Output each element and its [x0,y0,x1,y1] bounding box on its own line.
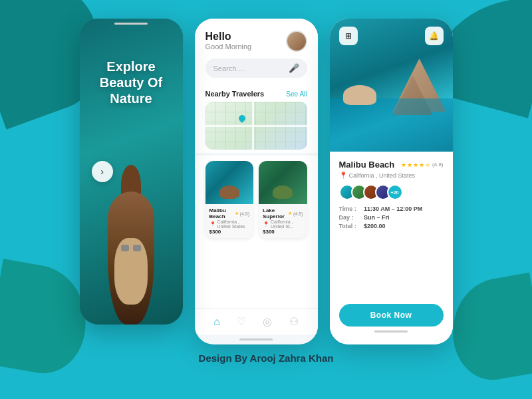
card-malibu-price: $300 [209,229,250,235]
boat-seats [121,245,141,251]
card-boat-illustration [219,186,239,199]
day-label: Day : [339,214,362,221]
greeting-morning: Good Morning [205,43,252,51]
greeting-block: Hello Good Morning [205,31,252,51]
star-2: ★ [407,162,412,168]
total-value: $200.00 [364,223,386,229]
star-icon-2: ★ [288,211,292,216]
map-placeholder [205,102,307,150]
phone-search: Hello Good Morning Search.... 🎤 Nearby T… [195,19,318,344]
place-cards-row: Malibu Beach ★ (4.8) 📍 California , Unit… [195,156,318,243]
nearby-header: Nearby Travelers See All [205,90,307,98]
greeting-hello: Hello [205,31,252,43]
star-4: ★ [419,162,424,168]
card-lake-rating-row: Lake Superior ★ (4.8) [263,207,303,219]
user-avatar[interactable] [286,31,307,52]
day-info-row: Day : Sun – Fri [339,214,444,221]
seat-left [121,245,129,251]
card-malibu-name: Malibu Beach [209,207,233,219]
nav-heart-icon[interactable]: ♡ [237,315,246,328]
map-road-horizontal [205,125,307,127]
phones-row: Explore Beauty Of Nature › [80,0,453,344]
book-now-button[interactable]: Book Now [339,304,444,327]
card-malibu-info: Malibu Beach ★ (4.8) 📍 California , Unit… [205,204,254,238]
card-lake-boat [273,186,293,199]
star-1: ★ [401,162,406,168]
nearby-title: Nearby Travelers [205,90,265,98]
star-5-half: ★ [425,162,430,168]
home-bar-phone2 [239,338,273,340]
home-bar-phone3 [374,331,408,332]
phone2-header: Hello Good Morning [195,19,318,59]
phone-explore: Explore Beauty Of Nature › [80,19,183,325]
next-button[interactable]: › [92,161,113,182]
water-illustration [330,98,453,152]
explore-text-block: Explore Beauty Of Nature [80,59,183,106]
phone3-hero-image: ⊞ 🔔 [330,19,453,152]
mic-icon[interactable]: 🎤 [289,63,299,73]
card-lake-price: $300 [263,229,303,235]
boat-body [108,192,154,325]
grid-icon-button[interactable]: ⊞ [339,27,358,45]
bell-icon-button[interactable]: 🔔 [425,27,444,45]
detail-title-row: Malibu Beach ★ ★ ★ ★ ★ (4.8) [339,160,444,170]
phone-detail: ⊞ 🔔 Malibu Beach ★ ★ ★ ★ ★ (4.8) [330,19,453,344]
search-input-wrap[interactable]: Search.... 🎤 [205,59,307,78]
location-pin-detail: 📍 [339,172,347,179]
phone1-background: Explore Beauty Of Nature › [80,19,183,325]
home-bar-phone1 [114,23,148,25]
detail-rating-num: (4.8) [432,162,443,168]
time-label: Time : [339,205,362,212]
card-lake-superior[interactable]: Lake Superior ★ (4.8) 📍 California , Uni… [259,161,307,238]
detail-location: 📍 California , United States [339,172,444,179]
time-value: 11:30 AM – 12:00 PM [364,205,422,212]
attribution-text: Design By Arooj Zahra Khan [199,352,334,364]
nav-home-icon[interactable]: ⌂ [213,316,220,328]
time-info-row: Time : 11:30 AM – 12:00 PM [339,205,444,212]
card-lake-rating-num: (4.8) [293,211,303,216]
detail-place-name: Malibu Beach [339,160,395,170]
card-lake-name: Lake Superior [263,207,287,219]
main-wrapper: Explore Beauty Of Nature › [0,0,532,399]
bottom-nav: ⌂ ♡ ◎ ⚇ [195,308,318,334]
detail-stars: ★ ★ ★ ★ ★ (4.8) [401,162,443,168]
location-pin-icon-2: 📍 [263,221,269,227]
traveler-avatars: +20 [339,184,444,200]
card-malibu-beach[interactable]: Malibu Beach ★ (4.8) 📍 California , Unit… [205,161,254,238]
boat-illustration [98,165,164,325]
phone3-detail-panel: Malibu Beach ★ ★ ★ ★ ★ (4.8) 📍 Californi… [330,152,453,344]
search-bar: Search.... 🎤 [195,59,318,84]
card-lake-image [259,161,307,204]
card-malibu-image [205,161,254,204]
day-value: Sun – Fri [364,214,390,221]
card-lake-location: 📍 California , United St... [263,219,303,229]
explore-title: Explore Beauty Of Nature [80,59,183,106]
nav-calendar-icon[interactable]: ◎ [263,315,272,328]
more-travelers-badge: +20 [387,184,403,200]
card-lake-info: Lake Superior ★ (4.8) 📍 California , Uni… [259,204,307,238]
card-malibu-rating: Malibu Beach ★ (4.8) [209,207,250,219]
p3-boat-illustration [343,85,376,105]
star-3: ★ [413,162,418,168]
search-placeholder: Search.... [213,65,285,72]
total-info-row: Total : $200.00 [339,223,444,229]
map-road-vertical [252,102,254,150]
card-malibu-rating-num: (4.8) [240,211,249,216]
phone3-topbar: ⊞ 🔔 [330,27,453,45]
card-malibu-location: 📍 California , United States [209,219,250,229]
total-label: Total : [339,223,362,229]
see-all-button[interactable]: See All [286,90,307,98]
nearby-section: Nearby Travelers See All [195,84,318,153]
seat-right [133,245,141,251]
nav-profile-icon[interactable]: ⚇ [289,315,299,328]
location-pin-icon: 📍 [209,221,216,227]
star-icon: ★ [235,211,239,216]
